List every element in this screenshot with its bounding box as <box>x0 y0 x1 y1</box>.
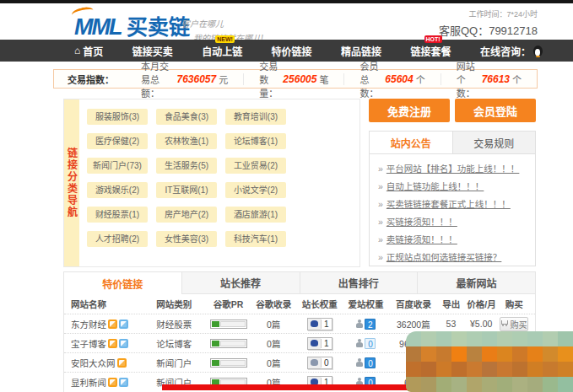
mosaic-cell <box>527 331 543 346</box>
az-weight-value: 0 <box>365 338 376 349</box>
blue-site-badge-icon <box>119 320 128 329</box>
announcement-text: 买链接须知！！！ <box>387 217 457 227</box>
mosaic-cell <box>543 346 558 362</box>
mosaic-cell <box>467 362 482 377</box>
az-weight-badge: 0 <box>355 357 376 368</box>
bullet-icon: » <box>378 213 383 231</box>
mosaic-cell <box>497 331 512 346</box>
login-button[interactable]: 会员登陆 <box>455 99 536 122</box>
site-category: 论坛博客 <box>156 337 205 350</box>
tab-site-notice[interactable]: 站内公告 <box>370 132 452 153</box>
nav-item-premium-links[interactable]: 精品链接 <box>341 44 381 58</box>
person-icon <box>355 358 363 368</box>
pagerank-fill <box>212 321 219 327</box>
nav-item-label: 链接买卖 <box>132 44 173 58</box>
category-link[interactable]: 酒店旅游(1) <box>225 207 286 223</box>
nav-item-label: 精品链接 <box>341 44 381 58</box>
category-link[interactable]: 游戏娱乐(2) <box>87 182 148 198</box>
table-row: 东方财经财经股票0篇1236200篇53¥5.00购买 <box>64 314 535 333</box>
category-link[interactable]: 房产地产(2) <box>156 207 217 223</box>
pr-cell <box>205 339 252 348</box>
site-name-cell: 安阳大众网 <box>71 357 156 369</box>
site-name-link[interactable]: 东方财经 <box>71 318 106 330</box>
stat-item-2: 会员总数：65604个 <box>343 73 440 85</box>
category-link[interactable]: 论坛博客(1) <box>225 133 286 149</box>
main-nav: ⌂首页链接买卖自动上链NEW!特价链接精品链接链接套餐HOT!在线咨询： <box>0 40 573 62</box>
site-name-link[interactable]: 显利新闻 <box>71 376 106 389</box>
category-link[interactable]: 财经股票(1) <box>87 207 148 223</box>
category-link[interactable]: 新闻门户(73) <box>87 158 148 174</box>
category-link[interactable]: 工业贸易(2) <box>225 158 286 174</box>
stats-title: 交易指数： <box>68 72 114 86</box>
zz-weight-cell: 0 <box>295 357 344 369</box>
announcement-link[interactable]: »自动上链功能上线！！！ <box>378 178 527 196</box>
table-tab-0[interactable]: 特价链接 <box>64 272 181 294</box>
tab-trade-rules[interactable]: 交易规则 <box>452 132 536 154</box>
site-name-link[interactable]: 安阳大众网 <box>71 357 116 369</box>
orange-site-badge-icon <box>108 378 117 387</box>
pr-cell <box>205 358 252 368</box>
register-button[interactable]: 免费注册 <box>369 99 450 122</box>
nav-item-auto-chain[interactable]: 自动上链NEW! <box>202 44 242 58</box>
category-link[interactable]: 生活服务(5) <box>156 158 217 174</box>
category-link[interactable]: 小说文学(2) <box>225 182 286 198</box>
nav-item-label: 在线咨询： <box>480 44 531 58</box>
category-link[interactable]: 服装服饰(3) <box>87 109 148 125</box>
mosaic-cell <box>482 362 497 377</box>
category-panel: 链接分类导航 服装服饰(3)食品美食(3)教育培训(3)医疗保健(2)农林牧渔(… <box>63 99 360 267</box>
announcement-link[interactable]: »买卖链链接套餐正式上线！！！ <box>378 196 527 213</box>
nav-item-link-trade[interactable]: 链接买卖 <box>132 44 173 58</box>
mosaic-cell <box>543 362 558 377</box>
announcement-link[interactable]: »正规站点如何选链接买链接？ <box>378 249 527 266</box>
col-header-5: 爱站权重 <box>344 298 388 310</box>
table-header-row: 网站名称网站类别谷歌PR谷歌收录站长权重爱站权重百度收录导出价格/月购买 <box>64 294 535 314</box>
mosaic-cell <box>527 346 543 362</box>
site-category: 财经股票 <box>156 318 205 330</box>
category-link[interactable]: 科技汽车(1) <box>225 231 286 247</box>
category-link[interactable]: IT互联网(1) <box>156 182 217 198</box>
buy-button[interactable]: 购买 <box>500 317 528 331</box>
right-panel: 免费注册 会员登陆 站内公告交易规则 »平台网站【排名】功能上线！！！»自动上链… <box>369 99 536 266</box>
pagerank-bar <box>210 320 247 329</box>
mosaic-cell <box>512 362 527 377</box>
announcement-link[interactable]: »买链接须知！！！ <box>378 213 527 231</box>
pagerank-bar <box>210 339 247 348</box>
paw-iconbox <box>308 319 321 330</box>
logo-text-cn: 买卖链 <box>127 15 190 39</box>
announcement-text: 平台网站【排名】功能上线！！！ <box>387 164 520 174</box>
category-link[interactable]: 教育培训(3) <box>225 109 286 125</box>
mosaic-cell <box>421 331 436 346</box>
table-tab-3[interactable]: 最新网站 <box>417 272 535 294</box>
trade-stats-bar: 交易指数： 本月交易总额：7636057元交易数量：256005笔会员总数：65… <box>53 69 538 89</box>
announcement-link[interactable]: »平台网站【排名】功能上线！！！ <box>378 160 527 178</box>
nav-item-online-service[interactable]: 在线咨询： <box>480 44 543 58</box>
mosaic-cell <box>436 346 451 362</box>
mosaic-cell <box>436 331 451 346</box>
bullet-icon: » <box>378 178 383 196</box>
zz-weight-badge: 0 <box>307 357 332 369</box>
site-name-cell: 显利新闻 <box>71 376 156 389</box>
category-link[interactable]: 医疗保健(2) <box>87 133 148 149</box>
site-name-cell: 东方财经 <box>71 318 156 330</box>
mosaic-cell <box>527 377 543 392</box>
category-link[interactable]: 食品美食(3) <box>156 109 217 125</box>
mosaic-cell <box>497 346 512 362</box>
category-link[interactable]: 人才招聘(2) <box>87 231 148 247</box>
site-name-link[interactable]: 宝子博客 <box>71 337 106 350</box>
service-qq-label: 客服QQ：79912718 <box>439 22 538 38</box>
nav-item-link-packages[interactable]: 链接套餐HOT! <box>411 44 451 58</box>
table-tab-2[interactable]: 出售排行 <box>300 272 418 294</box>
announcement-box: 站内公告交易规则 »平台网站【排名】功能上线！！！»自动上链功能上线！！！»买卖… <box>369 131 536 266</box>
nav-item-label: 链接套餐 <box>411 44 451 58</box>
mosaic-cell <box>406 346 421 362</box>
mosaic-cell <box>512 331 527 346</box>
mosaic-cell <box>421 377 436 392</box>
logo[interactable]: MML 买卖链 <box>74 10 190 40</box>
stat-label: 本月交易总额： <box>141 59 175 99</box>
table-tab-1[interactable]: 站长推荐 <box>181 272 300 294</box>
category-link[interactable]: 农林牧渔(1) <box>156 133 217 149</box>
category-link[interactable]: 女性美容(3) <box>156 231 217 247</box>
announcement-link[interactable]: »卖链接须知！！！ <box>378 231 527 249</box>
nav-item-home[interactable]: ⌂首页 <box>74 44 103 58</box>
nav-item-special-links[interactable]: 特价链接 <box>272 44 312 58</box>
